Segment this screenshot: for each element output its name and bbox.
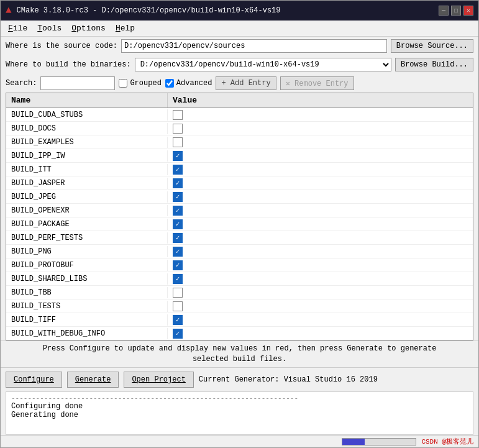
minimize-button[interactable]: ─ <box>439 6 449 16</box>
table-row: BUILD_EXAMPLES <box>6 135 473 149</box>
browse-source-button[interactable]: Browse Source... <box>391 39 473 53</box>
close-button[interactable]: ✕ <box>463 6 473 16</box>
table-header: Name Value <box>6 93 473 108</box>
configure-button[interactable]: Configure <box>6 372 62 388</box>
cell-name: BUILD_JASPER <box>6 178 168 189</box>
action-bar: Configure Generate Open Project Current … <box>1 367 478 391</box>
title-bar-left: ▲ CMake 3.18.0-rc3 - D:/opencv331/opencv… <box>6 5 280 16</box>
add-entry-button[interactable]: + Add Entry <box>216 76 276 90</box>
cell-value <box>168 327 473 340</box>
status-bar: Press Configure to update and display ne… <box>1 341 478 367</box>
col-value-header: Value <box>168 93 473 107</box>
cell-name: BUILD_TIFF <box>6 314 168 326</box>
table-row: BUILD_JPEG <box>6 190 473 204</box>
cell-checkbox[interactable] <box>173 274 183 284</box>
grouped-checkbox[interactable] <box>119 79 127 88</box>
cell-name: BUILD_DOCS <box>6 123 168 134</box>
cell-value <box>168 163 473 176</box>
cell-name: BUILD_EXAMPLES <box>6 137 168 148</box>
table-row: BUILD_TIFF <box>6 313 473 327</box>
source-label: Where is the source code: <box>6 42 117 50</box>
entries-table: Name Value BUILD_CUDA_STUBSBUILD_DOCSBUI… <box>6 93 473 341</box>
cell-value <box>168 122 473 135</box>
cell-checkbox[interactable] <box>173 192 183 202</box>
cell-value <box>168 177 473 190</box>
app-logo: ▲ <box>6 5 12 16</box>
cell-name: BUILD_OPENEXR <box>6 205 168 216</box>
cell-name: BUILD_PROTOBUF <box>6 260 168 271</box>
table-row: BUILD_PNG <box>6 245 473 258</box>
source-input[interactable] <box>121 39 387 53</box>
cell-name: BUILD_JPEG <box>6 191 168 203</box>
grouped-group: Grouped <box>119 79 161 88</box>
table-row: BUILD_TESTS <box>6 299 473 313</box>
cell-checkbox[interactable] <box>173 233 183 243</box>
cell-checkbox[interactable] <box>173 260 183 270</box>
remove-entry-button[interactable]: ✕ Remove Entry <box>280 76 354 90</box>
cell-checkbox[interactable] <box>173 288 183 298</box>
table-row: BUILD_ITT <box>6 163 473 176</box>
window-title: CMake 3.18.0-rc3 - D:/opencv331/opencv/b… <box>17 6 281 15</box>
search-row: Search: Grouped Advanced + Add Entry ✕ R… <box>1 74 478 93</box>
advanced-checkbox[interactable] <box>165 79 174 88</box>
maximize-button[interactable]: □ <box>451 6 461 16</box>
menu-help[interactable]: Help <box>111 22 140 34</box>
table-row: BUILD_TBB <box>6 286 473 299</box>
table-row: BUILD_IPP_IW <box>6 149 473 163</box>
cell-checkbox[interactable] <box>173 178 183 188</box>
cell-checkbox[interactable] <box>173 329 183 339</box>
cell-name: BUILD_ITT <box>6 164 168 175</box>
advanced-group: Advanced <box>165 79 212 88</box>
cell-name: BUILD_TBB <box>6 287 168 298</box>
menu-options[interactable]: Options <box>66 22 111 34</box>
grouped-label: Grouped <box>130 79 161 88</box>
table-row: BUILD_WITH_DEBUG_INFO <box>6 327 473 341</box>
cell-checkbox[interactable] <box>173 301 183 311</box>
generator-label: Current Generator: Visual Studio 16 2019 <box>199 375 473 384</box>
title-bar: ▲ CMake 3.18.0-rc3 - D:/opencv331/opencv… <box>1 1 478 21</box>
cell-value <box>168 245 473 258</box>
cell-value <box>168 259 473 272</box>
cell-name: BUILD_SHARED_LIBS <box>6 273 168 285</box>
log-line-1: Configuring done <box>11 402 468 411</box>
menu-tools[interactable]: Tools <box>32 22 66 34</box>
cell-value <box>168 204 473 217</box>
menu-bar: File Tools Options Help <box>1 21 478 37</box>
cell-checkbox[interactable] <box>173 165 183 175</box>
cell-value <box>168 150 473 162</box>
table-row: BUILD_PERF_TESTS <box>6 231 473 245</box>
source-row: Where is the source code: Browse Source.… <box>1 37 478 55</box>
cell-checkbox[interactable] <box>173 110 183 120</box>
build-label: Where to build the binaries: <box>6 60 131 69</box>
cell-value <box>168 232 473 244</box>
status-text: Press Configure to update and display ne… <box>43 344 437 363</box>
main-window: ▲ CMake 3.18.0-rc3 - D:/opencv331/opencv… <box>0 0 479 448</box>
generate-button[interactable]: Generate <box>67 372 119 388</box>
browse-build-button[interactable]: Browse Build... <box>395 58 473 71</box>
open-project-button[interactable]: Open Project <box>124 372 193 388</box>
build-path-dropdown[interactable]: D:/opencv331/opencv/build-win10-x64-vs19 <box>135 58 391 71</box>
cell-name: BUILD_PACKAGE <box>6 219 168 230</box>
cell-checkbox[interactable] <box>173 206 183 216</box>
cell-checkbox[interactable] <box>173 247 183 257</box>
progress-bar <box>342 438 416 446</box>
col-name-header: Name <box>6 93 168 107</box>
cell-checkbox[interactable] <box>173 137 183 147</box>
table-row: BUILD_SHARED_LIBS <box>6 272 473 286</box>
menu-file[interactable]: File <box>3 22 32 34</box>
cell-value <box>168 300 473 313</box>
cell-checkbox[interactable] <box>173 151 183 161</box>
cell-checkbox[interactable] <box>173 124 183 134</box>
log-line-2: Generating done <box>11 411 468 419</box>
search-input[interactable] <box>40 76 115 90</box>
table-row: BUILD_PACKAGE <box>6 217 473 231</box>
cell-value <box>168 273 473 285</box>
table-row: BUILD_CUDA_STUBS <box>6 108 473 122</box>
table-body: BUILD_CUDA_STUBSBUILD_DOCSBUILD_EXAMPLES… <box>6 108 473 341</box>
cell-name: BUILD_CUDA_STUBS <box>6 109 168 121</box>
table-row: BUILD_JASPER <box>6 176 473 190</box>
search-label: Search: <box>6 79 37 88</box>
cell-checkbox[interactable] <box>173 219 183 229</box>
cell-checkbox[interactable] <box>173 315 183 325</box>
table-row: BUILD_OPENEXR <box>6 204 473 217</box>
